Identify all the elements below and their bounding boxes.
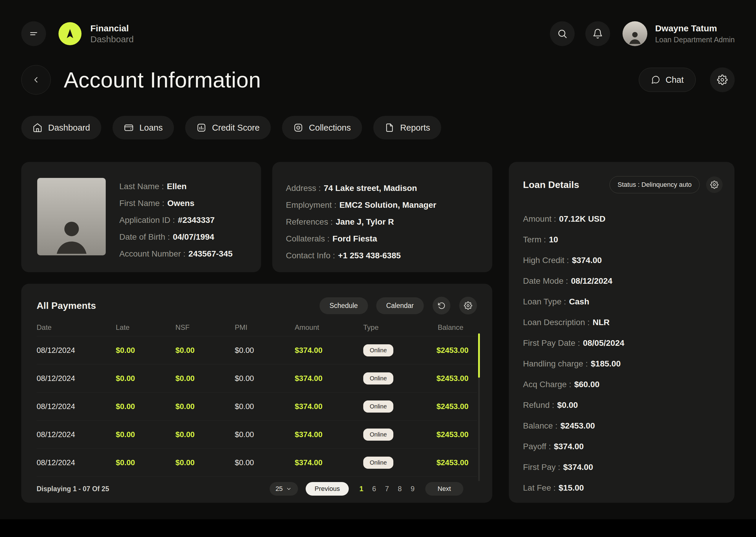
page-number[interactable]: 8 xyxy=(398,485,402,493)
field-label: Address : xyxy=(286,184,321,193)
search-button[interactable] xyxy=(550,21,575,46)
cell-nsf: $0.00 xyxy=(175,458,235,467)
field-value: 08/12/2024 xyxy=(571,276,613,286)
cell-pmi: $0.00 xyxy=(235,402,295,411)
cell-type: Online xyxy=(363,400,436,413)
tab-label: Collections xyxy=(309,123,351,133)
payments-card: All Payments Schedule Calendar Da xyxy=(21,284,492,503)
loan-field: Loan Description : NLR xyxy=(523,312,723,333)
field-label: Loan Description : xyxy=(523,318,590,327)
brand-line2: Dashboard xyxy=(90,34,134,45)
tab-collections[interactable]: Collections xyxy=(282,116,362,140)
user-meta: Dwayne Tatum Loan Department Admin xyxy=(655,23,735,44)
user-avatar[interactable] xyxy=(623,21,647,46)
tab-loans[interactable]: Loans xyxy=(113,116,174,140)
page-number[interactable]: 1 xyxy=(359,485,363,493)
home-icon xyxy=(32,123,43,133)
back-button[interactable] xyxy=(21,65,51,95)
payments-header: All Payments Schedule Calendar xyxy=(37,296,477,315)
column-header-date: Date xyxy=(37,323,116,332)
loan-field: Date Mode : 08/12/2024 xyxy=(523,271,723,291)
field-label: First Pay : xyxy=(523,463,560,472)
tab-label: Reports xyxy=(400,123,430,133)
payment-row: 08/12/2024 $0.00 $0.00 $0.00 $374.00 Onl… xyxy=(37,449,477,477)
notifications-button[interactable] xyxy=(585,21,610,46)
brand-line1: Financial xyxy=(90,23,134,34)
payment-type-badge: Online xyxy=(363,372,393,385)
contact-field: Employment : EMC2 Solution, Manager xyxy=(286,196,492,213)
table-scrollbar[interactable] xyxy=(478,333,480,481)
field-value: $374.00 xyxy=(572,256,602,265)
page-number[interactable]: 9 xyxy=(410,485,414,493)
contact-card: Address : 74 Lake street, Madison Employ… xyxy=(272,162,492,272)
field-label: First Pay Date : xyxy=(523,338,580,348)
profile-fields: Last Name : Ellen First Name : Owens App… xyxy=(119,178,233,272)
chevron-down-icon xyxy=(285,485,292,492)
page-size-select[interactable]: 25 xyxy=(270,482,298,496)
tab-label: Credit Score xyxy=(212,123,260,133)
field-value: 07.12K USD xyxy=(559,214,605,224)
field-value: +1 253 438-6385 xyxy=(338,251,401,260)
refresh-button[interactable] xyxy=(433,297,450,314)
menu-icon xyxy=(28,28,39,39)
loan-details-card: Loan Details Status : Delinquency auto A… xyxy=(509,162,735,503)
field-value: $0.00 xyxy=(557,400,578,410)
payment-type-badge: Online xyxy=(363,344,393,356)
cell-amount: $374.00 xyxy=(295,374,363,383)
tab-label: Loans xyxy=(139,123,163,133)
field-value: $2453.00 xyxy=(560,421,595,431)
loan-field: Term : 10 xyxy=(523,229,723,250)
field-label: Lat Fee : xyxy=(523,483,556,493)
cell-nsf: $0.00 xyxy=(175,374,235,383)
page-number[interactable]: 7 xyxy=(385,485,389,493)
cell-amount: $374.00 xyxy=(295,346,363,355)
tab-credit-score[interactable]: Credit Score xyxy=(185,116,271,140)
schedule-button[interactable]: Schedule xyxy=(320,297,368,314)
table-settings-button[interactable] xyxy=(459,297,477,314)
app-logo xyxy=(58,22,82,45)
field-label: Collaterals : xyxy=(286,234,329,243)
previous-button[interactable]: Previous xyxy=(306,482,349,496)
field-value: Cash xyxy=(569,297,589,307)
table-header: Date Late NSF PMI Amount Type Balance xyxy=(37,318,477,336)
page-number[interactable]: 6 xyxy=(372,485,376,493)
loan-settings-button[interactable] xyxy=(706,177,723,193)
field-label: Account Number : xyxy=(119,249,185,259)
field-value: Jane J, Tylor R xyxy=(336,217,394,227)
avatar-person-icon xyxy=(626,29,643,46)
status-badge[interactable]: Status : Delinquency auto xyxy=(610,176,699,193)
field-label: First Name : xyxy=(119,199,164,208)
page-size-value: 25 xyxy=(276,485,283,493)
field-label: Amount : xyxy=(523,214,556,224)
loan-field: Handling charge : $185.00 xyxy=(523,353,723,374)
loan-field: High Credit : $374.00 xyxy=(523,250,723,271)
cell-balance: $2453.00 xyxy=(436,374,468,383)
chat-label: Chat xyxy=(666,75,684,85)
brand: Financial Dashboard xyxy=(90,23,134,45)
tab-dashboard[interactable]: Dashboard xyxy=(21,116,101,140)
cell-nsf: $0.00 xyxy=(175,402,235,411)
logo-arrow-icon xyxy=(64,28,76,40)
contact-field: Address : 74 Lake street, Madison xyxy=(286,180,492,196)
next-button[interactable]: Next xyxy=(425,482,463,496)
field-value: $185.00 xyxy=(591,359,621,369)
cell-nsf: $0.00 xyxy=(175,346,235,355)
tab-reports[interactable]: Reports xyxy=(373,116,441,140)
app-window: Financial Dashboard Dwayne Tatum Loan De… xyxy=(0,0,756,519)
cell-pmi: $0.00 xyxy=(235,458,295,467)
chat-button[interactable]: Chat xyxy=(639,68,696,92)
calendar-button[interactable]: Calendar xyxy=(376,297,424,314)
scrollbar-thumb[interactable] xyxy=(478,333,480,378)
wallet-icon xyxy=(124,123,134,133)
field-label: Employment : xyxy=(286,200,336,210)
loan-details-header: Loan Details Status : Delinquency auto xyxy=(523,176,723,193)
menu-button[interactable] xyxy=(21,21,46,46)
page-title: Account Information xyxy=(64,67,261,93)
column-header-pmi: PMI xyxy=(235,323,295,332)
column-header-amount: Amount xyxy=(295,323,363,332)
gear-icon xyxy=(717,74,728,85)
field-label: Date Mode : xyxy=(523,276,568,286)
page-settings-button[interactable] xyxy=(710,67,735,92)
loan-field: Lat Fee : $15.00 xyxy=(523,477,723,498)
field-label: Refund : xyxy=(523,400,554,410)
